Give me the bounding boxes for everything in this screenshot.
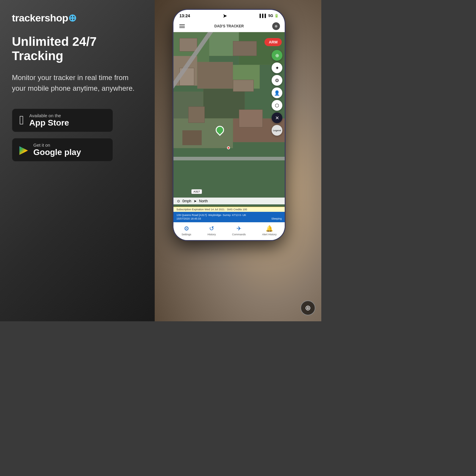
- hamburger-icon[interactable]: [178, 23, 186, 29]
- app-store-badge[interactable]:  Available on the App Store: [12, 109, 113, 132]
- status-text: Sleeping: [271, 217, 282, 221]
- settings-nav-icon: ⚙: [184, 225, 189, 232]
- datetime-text: 15/07/2020 18:45:33: [176, 217, 201, 221]
- status-time: 13:24: [179, 13, 190, 18]
- history-nav-label: History: [207, 233, 216, 236]
- speed-indicator-icon: ⊙: [177, 199, 180, 203]
- direction-value: North: [199, 199, 208, 203]
- main-container: trackershop⊕ Unlimited 24/7Tracking Moni…: [0, 0, 321, 321]
- top-compass-icon: ⊕: [272, 22, 280, 30]
- google-play-badge[interactable]: ▶ Get it on Google play: [12, 138, 113, 162]
- google-play-icon: ▶: [19, 144, 28, 155]
- address-bar: 139 Queens Road [A317]- Weybridge- Surre…: [173, 212, 285, 222]
- settings-nav-label: Settings: [181, 233, 191, 236]
- commands-nav-icon: ✈: [237, 225, 242, 232]
- road-label: A317: [191, 189, 202, 194]
- signal-bars-icon: ▌▌▌: [259, 14, 267, 18]
- left-panel: trackershop⊕ Unlimited 24/7Tracking Moni…: [0, 0, 155, 321]
- speed-value: 0mph: [182, 199, 191, 203]
- location-arrow-icon: ➤: [223, 13, 227, 19]
- location-pin: [216, 126, 224, 134]
- brand-name: trackershop⊕: [12, 12, 76, 24]
- legend-button[interactable]: Legend: [272, 125, 282, 136]
- battery-icon: 🔋: [274, 14, 279, 18]
- nav-history[interactable]: ↺ History: [207, 225, 216, 236]
- subscription-bar: Subscription Expiration Wed 14 Jul 2021 …: [173, 207, 285, 212]
- arm-button[interactable]: ARM: [264, 38, 282, 46]
- google-play-maintext: Google play: [33, 148, 81, 157]
- phone-status-bar: 13:24 ➤ ▌▌▌ 5G 🔋: [173, 10, 285, 21]
- alerts-nav-label: Alert History: [262, 233, 277, 236]
- settings-button[interactable]: ⚙: [272, 75, 282, 86]
- tracking-dot: [227, 146, 230, 149]
- app-store-maintext: App Store: [29, 118, 69, 128]
- apple-icon: : [19, 114, 24, 126]
- nav-settings[interactable]: ⚙ Settings: [181, 225, 191, 236]
- phone-header: DAD'S TRACKER ⊕: [173, 21, 285, 32]
- horizontal-road: [173, 157, 285, 160]
- description: Monitor your tracker in real time from y…: [12, 72, 143, 94]
- headline: Unlimited 24/7Tracking: [12, 35, 143, 63]
- phone-mockup: 13:24 ➤ ▌▌▌ 5G 🔋 DAD'S TRACKER ⊕: [173, 9, 286, 241]
- navigate-button[interactable]: ⊕: [272, 50, 282, 61]
- right-panel: 13:24 ➤ ▌▌▌ 5G 🔋 DAD'S TRACKER ⊕: [155, 0, 321, 321]
- layers-button[interactable]: ✦: [272, 62, 282, 73]
- map-controls: ⊕ ✦ ⚙ 👤 ⬡ ✕ Legend: [272, 50, 282, 136]
- compass-direction-icon: ➤: [194, 199, 197, 203]
- logo-area: trackershop⊕: [12, 12, 143, 24]
- app-badges:  Available on the App Store ▶ Get it on…: [12, 109, 143, 162]
- tracker-name: DAD'S TRACKER: [214, 24, 244, 28]
- app-store-subtext: Available on the: [29, 113, 69, 118]
- subscription-text: Subscription Expiration Wed 14 Jul 2021 …: [176, 208, 247, 211]
- speed-bar: ⊙ 0mph ➤ North: [173, 198, 285, 204]
- bottom-nav: ⚙ Settings ↺ History ✈ Commands 🔔 Alert …: [173, 222, 285, 240]
- history-nav-icon: ↺: [209, 225, 214, 232]
- alerts-nav-icon: 🔔: [266, 225, 273, 232]
- google-play-subtext: Get it on: [33, 143, 81, 148]
- nav-alerts[interactable]: 🔔 Alert History: [262, 225, 277, 236]
- nav-commands[interactable]: ✈ Commands: [232, 225, 246, 236]
- status-icons: ▌▌▌ 5G 🔋: [259, 14, 279, 18]
- corner-compass-icon: ⊕: [300, 300, 315, 315]
- fence-button[interactable]: ⬡: [272, 100, 282, 111]
- commands-nav-label: Commands: [232, 233, 246, 236]
- info-bar: Subscription Expiration Wed 14 Jul 2021 …: [173, 207, 285, 240]
- address-text: 139 Queens Road [A317]- Weybridge- Surre…: [176, 213, 282, 217]
- close-button[interactable]: ✕: [272, 112, 282, 123]
- person-button[interactable]: 👤: [272, 87, 282, 98]
- network-type: 5G: [268, 14, 273, 18]
